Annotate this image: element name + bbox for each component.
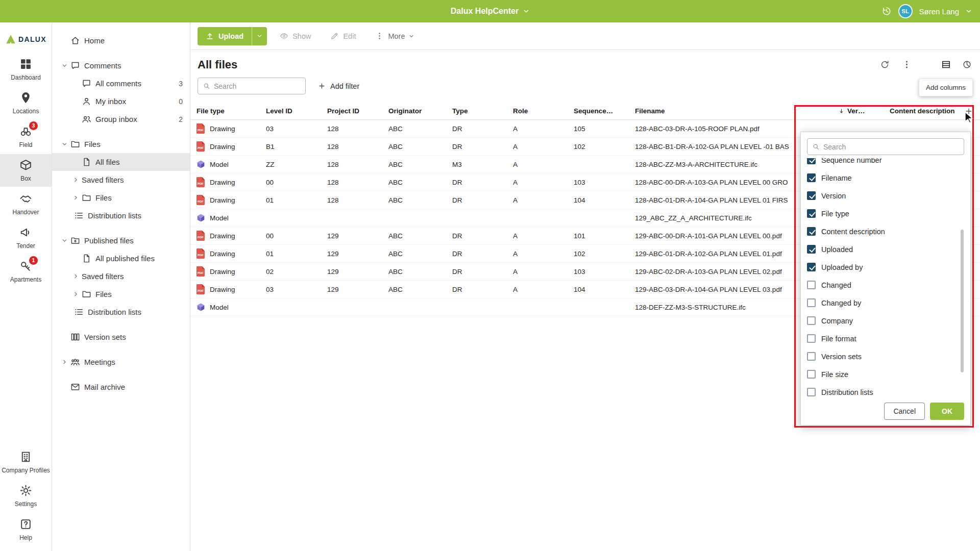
column-option-changed[interactable]: Changed: [807, 276, 964, 294]
rail-item-help[interactable]: Help: [0, 513, 52, 546]
upload-label: Upload: [218, 32, 243, 40]
sidebar-item-saved-filters[interactable]: Saved filters: [52, 267, 190, 285]
column-option-sequence-number[interactable]: Sequence number: [807, 158, 964, 169]
chevron-right-icon[interactable]: [69, 177, 82, 184]
sidebar-item-files[interactable]: Files: [52, 285, 190, 303]
checkbox-checked-icon[interactable]: [807, 158, 816, 164]
checkbox-unchecked-icon[interactable]: [807, 298, 816, 307]
checkbox-checked-icon[interactable]: [807, 227, 816, 236]
checkbox-checked-icon[interactable]: [807, 263, 816, 271]
column-header-originator[interactable]: Originator: [388, 107, 452, 115]
column-header-type[interactable]: Type: [452, 107, 513, 115]
sidebar-item-mail-archive[interactable]: Mail archive: [52, 378, 190, 396]
rail-item-box[interactable]: Box: [0, 154, 52, 187]
sidebar-item-files[interactable]: Files: [52, 135, 190, 153]
checkbox-checked-icon[interactable]: [807, 245, 816, 254]
column-option-label: Content description: [821, 228, 885, 236]
column-option-distribution-lists[interactable]: Distribution lists: [807, 383, 964, 397]
file-search[interactable]: [198, 78, 306, 94]
column-option-uploaded[interactable]: Uploaded: [807, 240, 964, 258]
chevron-right-icon[interactable]: [58, 359, 70, 366]
sidebar-item-comments[interactable]: Comments: [52, 57, 190, 74]
chevron-down-icon[interactable]: [58, 237, 70, 244]
sidebar-item-files[interactable]: Files: [52, 189, 190, 207]
upload-dropdown-button[interactable]: [252, 27, 267, 45]
checkbox-checked-icon[interactable]: [807, 173, 816, 182]
column-option-uploaded-by[interactable]: Uploaded by: [807, 258, 964, 276]
column-option-changed-by[interactable]: Changed by: [807, 294, 964, 312]
chevron-down-icon[interactable]: [58, 62, 70, 69]
sidebar-item-published-files[interactable]: Published files: [52, 232, 190, 249]
sidebar-item-meetings[interactable]: Meetings: [52, 353, 190, 371]
table-view-button[interactable]: [941, 60, 951, 69]
sidebar-item-distribution-lists[interactable]: Distribution lists: [52, 207, 190, 224]
column-header-filename[interactable]: Filename: [635, 107, 838, 115]
rail-item-tender[interactable]: Tender: [0, 221, 52, 254]
column-search[interactable]: [807, 138, 964, 155]
checkbox-unchecked-icon[interactable]: [807, 352, 816, 361]
sidebar-item-version-sets[interactable]: Version sets: [52, 328, 190, 346]
rail-item-dashboard[interactable]: Dashboard: [0, 53, 52, 86]
column-header-sequence[interactable]: Sequence…: [574, 107, 635, 115]
sidebar-item-label: Files: [95, 290, 112, 298]
ok-button[interactable]: OK: [930, 403, 964, 420]
column-option-file-size[interactable]: File size: [807, 365, 964, 383]
column-header-file-type[interactable]: File type: [190, 107, 266, 115]
more-options-button[interactable]: [902, 60, 912, 69]
column-option-filename[interactable]: Filename: [807, 169, 964, 187]
sidebar-item-saved-filters[interactable]: Saved filters: [52, 171, 190, 189]
column-header-role[interactable]: Role: [513, 107, 574, 115]
add-columns-button[interactable]: [965, 107, 973, 115]
sidebar-item-all-files[interactable]: All files: [52, 153, 190, 171]
checkbox-unchecked-icon[interactable]: [807, 388, 816, 396]
chevron-down-icon[interactable]: [58, 141, 70, 148]
search-input[interactable]: [214, 82, 301, 90]
type: DR: [452, 143, 513, 151]
column-option-file-format[interactable]: File format: [807, 330, 964, 347]
rail-item-apartments[interactable]: 1Apartments: [0, 255, 52, 288]
column-option-version[interactable]: Version: [807, 187, 964, 205]
column-option-company[interactable]: Company: [807, 312, 964, 330]
sidebar-item-my-inbox[interactable]: My inbox0: [52, 92, 190, 110]
chevron-right-icon[interactable]: [69, 291, 82, 298]
column-search-input[interactable]: [823, 143, 959, 151]
more-button[interactable]: More: [369, 27, 421, 45]
column-header-ver[interactable]: Ver…: [838, 107, 890, 115]
sidebar-item-distribution-lists[interactable]: Distribution lists: [52, 303, 190, 321]
column-option-content-description[interactable]: Content description: [807, 222, 964, 240]
rail-item-field[interactable]: 3Field: [0, 120, 52, 153]
refresh-button[interactable]: [880, 60, 890, 69]
rail-item-settings[interactable]: Settings: [0, 480, 52, 512]
upload-button[interactable]: Upload: [198, 27, 267, 45]
checkbox-unchecked-icon[interactable]: [807, 334, 816, 343]
avatar[interactable]: SL: [898, 4, 913, 18]
checkbox-checked-icon[interactable]: [807, 209, 816, 218]
sidebar-item-group-inbox[interactable]: Group inbox2: [52, 110, 190, 128]
chevron-right-icon[interactable]: [69, 194, 82, 202]
rail-item-handover[interactable]: Handover: [0, 188, 52, 220]
checkbox-unchecked-icon[interactable]: [807, 316, 816, 325]
add-filter-button[interactable]: Add filter: [318, 82, 359, 90]
checkbox-checked-icon[interactable]: [807, 191, 816, 200]
column-header-level-id[interactable]: Level ID: [266, 107, 327, 115]
checkbox-unchecked-icon[interactable]: [807, 281, 816, 289]
column-option-file-type[interactable]: File type: [807, 205, 964, 222]
project-switcher[interactable]: Dalux HelpCenter: [451, 7, 529, 16]
show-button[interactable]: Show: [273, 27, 317, 45]
rail-item-locations[interactable]: Locations: [0, 87, 52, 119]
user-menu-chevron-icon[interactable]: [966, 8, 972, 14]
edit-button[interactable]: Edit: [324, 27, 362, 45]
sidebar-item-all-published-files[interactable]: All published files: [52, 249, 190, 267]
popup-scrollbar[interactable]: [961, 230, 964, 372]
column-header-project-id[interactable]: Project ID: [327, 107, 388, 115]
history-button[interactable]: [881, 6, 892, 16]
cancel-button[interactable]: Cancel: [884, 403, 925, 420]
checkbox-unchecked-icon[interactable]: [807, 370, 816, 379]
sidebar-item-all-comments[interactable]: All comments3: [52, 74, 190, 92]
chart-view-button[interactable]: [962, 60, 972, 69]
dalux-logo[interactable]: DALUX: [0, 28, 52, 51]
rail-item-company-profiles[interactable]: Company Profiles: [0, 446, 52, 479]
column-option-version-sets[interactable]: Version sets: [807, 347, 964, 365]
sidebar-item-home[interactable]: Home: [52, 32, 190, 49]
chevron-right-icon[interactable]: [69, 273, 82, 280]
